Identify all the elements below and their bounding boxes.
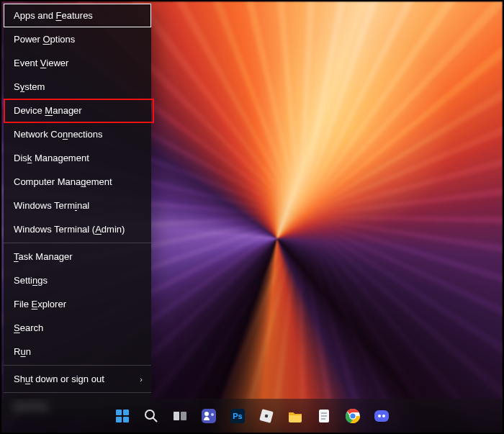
menu-item-label: Disk Management: [14, 153, 89, 163]
svg-point-9: [211, 413, 214, 416]
taskbar: Ps: [1, 399, 503, 433]
menu-separator: [4, 243, 151, 243]
winx-run[interactable]: Run: [4, 340, 151, 363]
winx-context-menu: Apps and FeaturesPower OptionsEvent View…: [4, 4, 151, 418]
svg-rect-0: [116, 410, 122, 415]
svg-rect-18: [374, 410, 389, 422]
winx-search[interactable]: Search: [4, 316, 151, 340]
winx-windows-terminal-admin[interactable]: Windows Terminal (Admin): [4, 217, 151, 241]
menu-item-label: Computer Management: [14, 176, 112, 187]
winx-windows-terminal[interactable]: Windows Terminal: [4, 194, 151, 217]
photoshop-app[interactable]: Ps: [228, 406, 248, 426]
winx-power-options[interactable]: Power Options: [4, 27, 151, 51]
menu-item-label: Search: [14, 322, 43, 333]
screenshot: Apps and FeaturesPower OptionsEvent View…: [1, 1, 503, 433]
menu-item-label: Power Options: [14, 34, 75, 45]
svg-rect-5: [174, 412, 179, 420]
explorer-icon: [287, 407, 304, 425]
svg-rect-3: [123, 417, 129, 422]
svg-point-8: [204, 412, 209, 416]
menu-item-label: File Explorer: [14, 299, 66, 309]
svg-text:Ps: Ps: [233, 412, 242, 420]
svg-rect-7: [202, 409, 216, 423]
notepad-app[interactable]: [314, 406, 334, 426]
discord-app[interactable]: [372, 406, 392, 426]
menu-separator: [4, 365, 151, 366]
menu-item-label: Shut down or sign out: [14, 374, 104, 384]
chrome-icon: [344, 407, 361, 425]
roblox-app[interactable]: [256, 406, 276, 426]
menu-separator: [4, 392, 151, 393]
discord-icon: [373, 407, 390, 425]
ps-icon: Ps: [229, 407, 246, 425]
chevron-right-icon: ›: [140, 375, 143, 383]
menu-item-label: Windows Terminal: [14, 200, 89, 211]
winx-apps-and-features[interactable]: Apps and Features: [4, 4, 151, 27]
taskbar-items: Ps: [112, 406, 392, 426]
file-explorer-app[interactable]: [285, 406, 305, 426]
search-button[interactable]: [141, 406, 161, 426]
winx-computer-management[interactable]: Computer Management: [4, 170, 151, 194]
menu-item-label: Windows Terminal (Admin): [14, 224, 125, 235]
winx-shutdown-submenu[interactable]: Shut down or sign out›: [4, 367, 151, 391]
svg-point-20: [382, 415, 385, 417]
notepad-icon: [315, 407, 333, 425]
roblox-icon: [258, 407, 275, 425]
winx-network-connections[interactable]: Network Connections: [4, 122, 151, 146]
menu-item-label: Run: [14, 346, 31, 357]
svg-point-19: [378, 415, 381, 417]
svg-rect-1: [123, 410, 129, 415]
menu-item-label: Network Connections: [14, 129, 103, 140]
winx-event-viewer[interactable]: Event Viewer: [4, 51, 151, 75]
svg-rect-6: [181, 412, 186, 420]
svg-point-4: [145, 410, 154, 419]
winx-file-explorer[interactable]: File Explorer: [4, 292, 151, 316]
winx-disk-management[interactable]: Disk Management: [4, 146, 151, 170]
task-view-button[interactable]: [170, 406, 190, 426]
start-button[interactable]: [112, 406, 132, 426]
search-icon: [143, 407, 160, 425]
teams-chat-button[interactable]: [199, 406, 219, 426]
winx-task-manager[interactable]: Task Manager: [4, 245, 151, 268]
menu-item-label: Task Manager: [14, 251, 73, 262]
menu-item-label: Event Viewer: [14, 58, 68, 68]
menu-item-label: Apps and Features: [14, 10, 93, 21]
start-icon: [114, 407, 131, 425]
menu-item-label: System: [14, 81, 45, 92]
menu-item-label: Settings: [14, 275, 48, 286]
menu-item-label: Device Manager: [14, 105, 82, 116]
taskview-icon: [171, 407, 189, 425]
winx-settings[interactable]: Settings: [4, 268, 151, 292]
winx-system[interactable]: System: [4, 75, 151, 99]
chrome-app[interactable]: [343, 406, 363, 426]
svg-rect-2: [116, 417, 122, 422]
winx-device-manager[interactable]: Device Manager: [4, 99, 151, 122]
teams-icon: [200, 407, 217, 425]
